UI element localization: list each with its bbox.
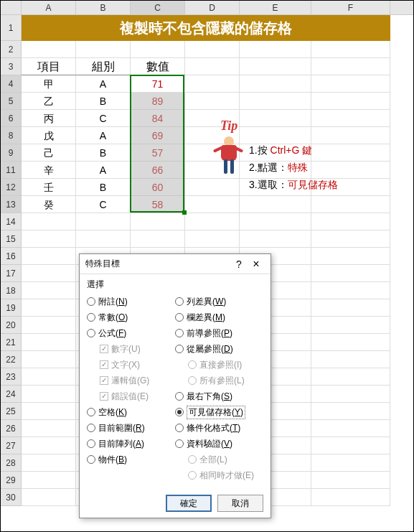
option[interactable]: 從屬參照(D) [175, 341, 263, 357]
cell-F24[interactable] [311, 386, 390, 403]
radio-icon[interactable] [175, 329, 184, 337]
cell-F4[interactable] [311, 75, 390, 93]
row-header-1[interactable]: 1 [1, 15, 22, 41]
cell-E5[interactable] [240, 93, 311, 110]
radio-icon[interactable] [87, 313, 95, 322]
cell-A25[interactable] [22, 403, 76, 420]
cell-C15[interactable] [131, 230, 185, 248]
radio-icon[interactable] [87, 408, 95, 416]
radio-icon[interactable] [175, 297, 184, 306]
row-header-4[interactable]: 4 [1, 75, 22, 93]
row-header-24[interactable]: 24 [1, 386, 22, 403]
cell-A14[interactable] [22, 213, 76, 230]
row-header-14[interactable]: 14 [1, 213, 22, 230]
dialog-titlebar[interactable]: 特殊目標 ? × [80, 254, 270, 274]
row-header-9[interactable]: 9 [1, 144, 22, 162]
cell-F15[interactable] [311, 230, 390, 248]
cell-F20[interactable] [311, 317, 390, 334]
row-header-11[interactable]: 11 [1, 162, 22, 179]
cell-B13[interactable]: C [76, 196, 131, 213]
cell-D15[interactable] [185, 230, 240, 248]
cell-D5[interactable] [185, 93, 240, 110]
cell-A19[interactable] [22, 299, 76, 317]
cell-F26[interactable] [311, 420, 390, 437]
radio-icon[interactable] [87, 297, 95, 306]
cell-A4[interactable]: 甲 [22, 75, 76, 93]
cell-B3[interactable]: 組別 [76, 58, 131, 75]
row-header-20[interactable]: 20 [1, 317, 22, 334]
radio-icon[interactable] [175, 408, 184, 416]
cell-B9[interactable]: B [76, 144, 131, 162]
cell-C13[interactable]: 58 [131, 196, 185, 213]
cell-C12[interactable]: 60 [131, 179, 185, 196]
help-icon[interactable]: ? [230, 258, 248, 270]
cell-A28[interactable] [22, 454, 76, 472]
cell-C4[interactable]: 71 [131, 75, 185, 93]
row-header-5[interactable]: 5 [1, 93, 22, 110]
cell-C14[interactable] [131, 213, 185, 230]
cell-A23[interactable] [22, 368, 76, 386]
option[interactable]: 附註(N) [87, 294, 175, 309]
row-header-8[interactable]: 8 [1, 127, 22, 144]
option[interactable]: 目前陣列(A) [87, 436, 175, 452]
cell-A30[interactable] [22, 489, 76, 506]
cell-A9[interactable]: 己 [22, 144, 76, 162]
col-header-C[interactable]: C [131, 1, 185, 14]
cancel-button[interactable]: 取消 [217, 495, 263, 512]
close-icon[interactable]: × [248, 258, 265, 271]
option[interactable]: 最右下角(S) [175, 388, 263, 404]
row-header-22[interactable]: 22 [1, 351, 22, 368]
cell-E14[interactable] [240, 213, 311, 230]
row-header-2[interactable]: 2 [1, 41, 22, 58]
option[interactable]: 列差異(W) [175, 294, 263, 309]
cell-D13[interactable] [185, 196, 240, 213]
row-header-17[interactable]: 17 [1, 265, 22, 282]
ok-button[interactable]: 確定 [166, 495, 212, 512]
option[interactable]: 資料驗證(V) [175, 436, 263, 452]
cell-B8[interactable]: A [76, 127, 131, 144]
cell-A26[interactable] [22, 420, 76, 437]
col-header-A[interactable]: A [22, 1, 76, 14]
row-header-6[interactable]: 6 [1, 110, 22, 127]
cell-A5[interactable]: 乙 [22, 93, 76, 110]
cell-F16[interactable] [311, 248, 390, 265]
cell-D12[interactable] [185, 179, 240, 196]
radio-icon[interactable] [87, 439, 95, 448]
cell-E13[interactable] [240, 196, 311, 213]
cell-F23[interactable] [311, 368, 390, 386]
cell-A29[interactable] [22, 472, 76, 489]
cell-B5[interactable]: B [76, 93, 131, 110]
option[interactable]: 欄差異(M) [175, 309, 263, 325]
radio-icon[interactable] [87, 424, 95, 432]
radio-icon[interactable] [175, 345, 184, 353]
col-header-E[interactable]: E [240, 1, 311, 14]
option[interactable]: 條件化格式(T) [175, 420, 263, 436]
cell-F5[interactable] [311, 93, 390, 110]
cell-F14[interactable] [311, 213, 390, 230]
cell-F13[interactable] [311, 196, 390, 213]
cell-D4[interactable] [185, 75, 240, 93]
cell-B15[interactable] [76, 230, 131, 248]
row-header-19[interactable]: 19 [1, 299, 22, 317]
cell-A27[interactable] [22, 437, 76, 454]
radio-icon[interactable] [175, 439, 184, 448]
cell-F6[interactable] [311, 110, 390, 127]
row-header-16[interactable]: 16 [1, 248, 22, 265]
cell-C3[interactable]: 數值 [131, 58, 185, 75]
row-header-3[interactable]: 3 [1, 58, 22, 75]
cell-A22[interactable] [22, 351, 76, 368]
cell-C11[interactable]: 66 [131, 162, 185, 179]
cell-A8[interactable]: 戊 [22, 127, 76, 144]
cell-E6[interactable] [240, 110, 311, 127]
cell-B14[interactable] [76, 213, 131, 230]
cell-F30[interactable] [311, 489, 390, 506]
cell-E3[interactable] [240, 58, 311, 75]
row-header-27[interactable]: 27 [1, 437, 22, 454]
cell-C5[interactable]: 89 [131, 93, 185, 110]
row-header-29[interactable]: 29 [1, 472, 22, 489]
cell-F18[interactable] [311, 282, 390, 299]
cell-D2[interactable] [185, 41, 240, 58]
row-header-26[interactable]: 26 [1, 420, 22, 437]
fill-handle[interactable] [182, 210, 187, 215]
option[interactable]: 物件(B) [87, 452, 175, 467]
